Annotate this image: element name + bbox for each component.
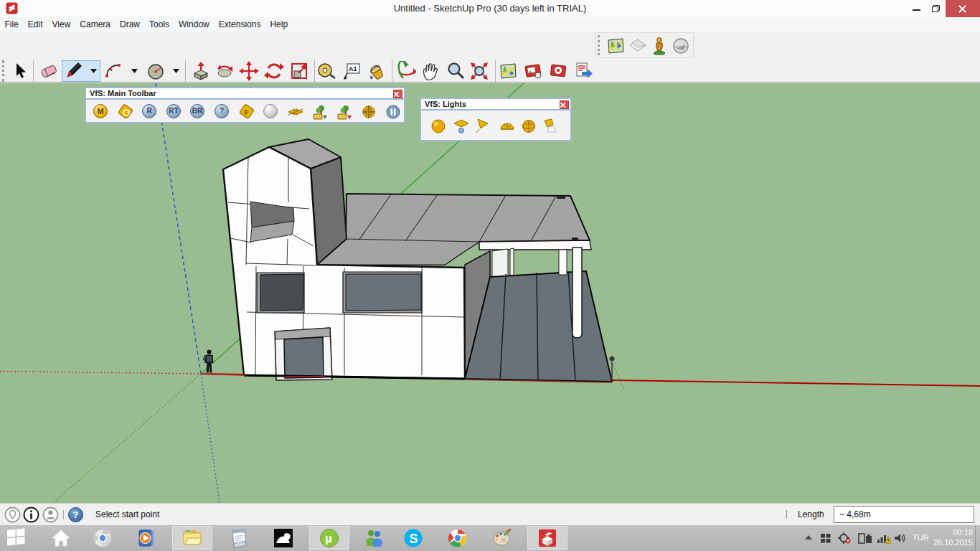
line-tool-icon[interactable] <box>64 61 84 81</box>
svg-text:µ: µ <box>325 532 332 545</box>
photo-texture-tool-icon[interactable] <box>523 61 543 81</box>
tape-measure-tool-icon[interactable] <box>316 61 336 81</box>
vray-sphere-icon[interactable] <box>263 104 279 120</box>
taskbar-chrome-light-icon[interactable] <box>92 527 113 549</box>
vray-pause-icon[interactable] <box>385 104 401 120</box>
omni-light-icon[interactable] <box>430 118 446 133</box>
taskbar: µ S TUR 00:1826.10.2015 <box>0 525 980 551</box>
move-tool-icon[interactable] <box>239 61 259 81</box>
vray-render-icon[interactable]: R <box>142 104 158 120</box>
taskbar-messenger-icon[interactable] <box>363 527 385 549</box>
rectangle-light-icon[interactable] <box>453 118 468 133</box>
pushpull-tool-icon[interactable] <box>191 61 211 81</box>
location-toolbar-grip[interactable] <box>598 35 600 55</box>
ies-light-icon[interactable] <box>542 118 557 133</box>
taskbar-chrome-icon[interactable] <box>447 527 468 549</box>
arc-dropdown-caret[interactable] <box>131 69 138 73</box>
taskbar-explorer-icon[interactable] <box>182 527 203 549</box>
zoom-extents-tool-icon[interactable] <box>469 61 489 81</box>
tray-windows-icon[interactable] <box>820 532 831 544</box>
vray-sun-icon[interactable] <box>361 104 377 120</box>
pan-tool-icon[interactable] <box>420 61 440 81</box>
tray-volume-icon[interactable] <box>894 532 905 544</box>
taskbar-notepad-icon[interactable] <box>228 527 250 549</box>
vray-options-icon[interactable] <box>118 104 133 120</box>
export-tool-icon[interactable] <box>573 61 593 81</box>
mini-add-location-icon[interactable] <box>606 36 626 56</box>
vray-export-proxy-icon[interactable] <box>336 104 352 120</box>
toolbar-grip[interactable] <box>2 60 4 82</box>
line-dropdown-caret[interactable] <box>90 69 97 73</box>
tray-settings-icon[interactable] <box>838 532 851 544</box>
menu-draw[interactable]: Draw <box>116 17 145 32</box>
menu-tools[interactable]: Tools <box>145 17 174 32</box>
mini-globe-icon[interactable] <box>671 36 691 56</box>
tray-language[interactable]: TUR <box>913 533 929 542</box>
circle-tool-icon[interactable] <box>146 61 166 81</box>
svg-text:F: F <box>245 109 249 116</box>
arc-tool-icon[interactable] <box>103 61 123 81</box>
menu-window[interactable]: Window <box>174 17 215 32</box>
vray-rt-render-icon[interactable]: RT <box>166 104 182 120</box>
maximize-button[interactable] <box>925 0 944 17</box>
menu-edit[interactable]: Edit <box>23 17 47 32</box>
model-canvas <box>0 83 980 503</box>
taskbar-sketchup-icon[interactable] <box>537 527 558 549</box>
vfs-main-close-button[interactable] <box>393 90 402 98</box>
dome-light-icon[interactable] <box>499 118 514 133</box>
sphere-light-icon[interactable] <box>520 118 536 133</box>
tray-expand-icon[interactable] <box>805 534 812 540</box>
window-title: Untitled - SketchUp Pro (30 days left in… <box>0 0 980 17</box>
length-input[interactable]: ~ 4,68m <box>834 506 974 523</box>
tray-clock[interactable]: 00:1826.10.2015 <box>930 527 973 547</box>
show-desktop-button[interactable] <box>975 525 980 551</box>
taskbar-skype-icon[interactable]: S <box>402 527 424 549</box>
menu-extensions[interactable]: Extensions <box>214 17 265 32</box>
add-location-tool-icon[interactable] <box>498 61 518 81</box>
geolocation-status-icon[interactable] <box>4 507 21 523</box>
select-tool-icon[interactable] <box>9 61 29 81</box>
model-viewport[interactable]: VfS: Main Toolbar M R RT BR ? F VfS: Lig… <box>0 83 980 503</box>
info-status-icon[interactable] <box>23 507 39 523</box>
match-photo-tool-icon[interactable] <box>548 61 568 81</box>
tray-time: 00:18 <box>930 527 973 537</box>
vfs-lights-title: VfS: Lights <box>421 99 570 110</box>
vray-infinite-plane-icon[interactable] <box>288 104 303 120</box>
tray-device-icon[interactable] <box>858 532 872 544</box>
menu-file[interactable]: File <box>0 17 23 32</box>
vfs-lights-close-button[interactable] <box>560 100 569 109</box>
menu-view[interactable]: View <box>47 17 75 32</box>
vray-material-editor-icon[interactable]: M <box>93 104 109 120</box>
vray-import-proxy-icon[interactable] <box>312 104 328 120</box>
taskbar-utorrent-icon[interactable]: µ <box>319 527 340 549</box>
vray-help-icon[interactable]: ? <box>215 104 230 120</box>
paint-bucket-tool-icon[interactable] <box>367 61 387 81</box>
minimize-button[interactable] <box>907 0 925 17</box>
vfs-main-toolbar-window: VfS: Main Toolbar M R RT BR ? F <box>85 87 405 123</box>
taskbar-rhino-icon[interactable] <box>273 527 294 549</box>
mini-person-icon[interactable] <box>649 36 669 56</box>
start-button[interactable] <box>6 527 27 549</box>
menu-help[interactable]: Help <box>265 17 293 32</box>
location-toolbar <box>595 32 694 58</box>
help-status-icon[interactable]: ? <box>68 507 83 522</box>
orbit-tool-icon[interactable] <box>396 61 416 81</box>
text-tool-icon[interactable]: A1 <box>341 61 362 81</box>
close-button[interactable] <box>946 0 980 17</box>
tray-network-icon[interactable] <box>877 532 891 544</box>
person-status-icon[interactable] <box>42 507 59 523</box>
menu-camera[interactable]: Camera <box>75 17 116 32</box>
mini-photo-match-icon[interactable] <box>628 36 648 56</box>
zoom-tool-icon[interactable] <box>446 61 466 81</box>
taskbar-paint-icon[interactable] <box>491 527 513 549</box>
vray-frame-buffer-icon[interactable]: F <box>239 104 255 120</box>
taskbar-media-player-icon[interactable] <box>136 527 157 549</box>
eraser-tool-icon[interactable] <box>39 61 59 81</box>
circle-dropdown-caret[interactable] <box>173 69 179 73</box>
rotate-tool-icon[interactable] <box>215 61 235 81</box>
vray-batch-render-icon[interactable]: BR <box>190 104 206 120</box>
spot-light-icon[interactable] <box>473 118 489 133</box>
taskbar-home-icon[interactable] <box>50 527 72 549</box>
refresh-tool-icon[interactable] <box>264 61 284 81</box>
scale-tool-icon[interactable] <box>289 61 309 81</box>
